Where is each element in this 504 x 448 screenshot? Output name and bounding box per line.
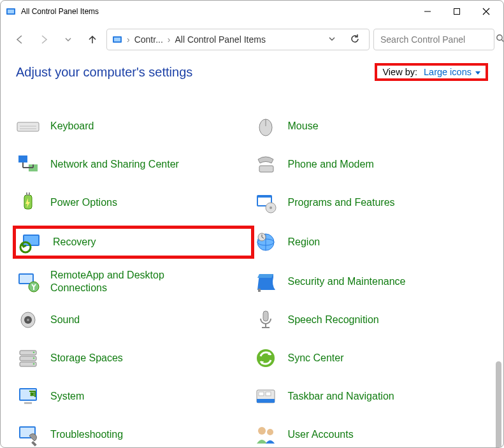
network-icon	[15, 151, 41, 178]
up-button[interactable]	[82, 29, 103, 50]
svg-rect-1	[8, 10, 14, 13]
maximize-button[interactable]	[442, 2, 472, 21]
sound-icon	[15, 307, 41, 333]
svg-line-9	[501, 40, 504, 42]
users-icon	[252, 421, 279, 447]
control-panel-item[interactable]: Phone and Modem	[252, 151, 490, 178]
control-panel-item[interactable]: User Accounts	[252, 421, 490, 447]
control-panel-item[interactable]: System	[15, 383, 252, 410]
item-label: Speech Recognition	[288, 314, 379, 326]
svg-rect-40	[258, 289, 261, 292]
svg-rect-58	[257, 399, 275, 403]
item-label: Troubleshooting	[50, 428, 123, 441]
control-panel-item[interactable]: Recovery	[15, 228, 252, 257]
address-bar[interactable]: › Contr... › All Control Panel Items	[106, 29, 370, 50]
svg-point-64	[258, 427, 266, 435]
view-by-label: View by:	[382, 67, 417, 77]
svg-point-65	[267, 429, 273, 435]
region-icon	[252, 229, 279, 256]
breadcrumb-dropdown-button[interactable]	[324, 34, 340, 45]
breadcrumb-seg-2[interactable]: All Control Panel Items	[175, 34, 265, 45]
page-title: Adjust your computer's settings	[16, 65, 192, 80]
titlebar: All Control Panel Items	[1, 1, 503, 22]
items-area: KeyboardMouseNetwork and Sharing CenterP…	[1, 110, 503, 447]
item-label: Sync Center	[288, 352, 344, 365]
svg-rect-22	[26, 192, 27, 196]
control-panel-icon	[6, 6, 16, 17]
svg-point-27	[270, 206, 272, 209]
scrollbar-thumb[interactable]	[496, 361, 501, 447]
item-label: Mouse	[288, 120, 319, 133]
close-button[interactable]	[472, 2, 501, 21]
svg-rect-15	[18, 155, 27, 163]
refresh-button[interactable]	[346, 34, 364, 46]
breadcrumb-seg-1[interactable]: Contr...	[134, 34, 163, 45]
system-icon	[15, 383, 41, 410]
sync-icon	[252, 345, 279, 372]
control-panel-item[interactable]: Programs and Features	[252, 189, 490, 216]
back-button[interactable]	[10, 29, 30, 50]
item-label: Security and Maintenance	[288, 275, 406, 288]
item-label: Sound	[50, 314, 80, 326]
control-panel-item[interactable]: Keyboard	[15, 113, 252, 140]
minimize-button[interactable]	[413, 2, 442, 21]
item-label: Phone and Modem	[288, 158, 374, 171]
item-label: Programs and Features	[288, 196, 395, 209]
breadcrumb-sep-icon: ›	[168, 34, 171, 45]
svg-line-5	[483, 8, 489, 15]
control-panel-item[interactable]: Security and Maintenance	[252, 268, 490, 295]
forward-button[interactable]	[34, 29, 54, 50]
svg-rect-29	[24, 236, 38, 245]
control-panel-item[interactable]: Network and Sharing Center	[15, 151, 252, 178]
breadcrumb-sep-icon: ›	[127, 34, 130, 45]
svg-rect-56	[24, 402, 32, 404]
window-title: All Control Panel Items	[21, 7, 99, 16]
control-panel-item[interactable]: Sound	[15, 307, 252, 333]
svg-rect-7	[114, 38, 120, 41]
svg-rect-20	[259, 166, 273, 172]
recent-locations-button[interactable]	[58, 29, 78, 50]
item-label: Power Options	[50, 196, 117, 209]
control-panel-item[interactable]: RemoteApp and Desktop Connections	[15, 268, 252, 295]
control-panel-item[interactable]: Sync Center	[252, 345, 490, 372]
search-icon	[496, 34, 504, 45]
item-label: System	[50, 390, 84, 403]
search-input[interactable]	[380, 34, 492, 45]
svg-point-8	[497, 35, 502, 40]
svg-point-51	[33, 358, 35, 359]
control-panel-item[interactable]: Storage Spaces	[15, 345, 252, 372]
taskbar-icon	[252, 383, 279, 410]
svg-rect-23	[29, 192, 30, 196]
item-label: RemoteApp and Desktop Connections	[50, 269, 197, 294]
phone-icon	[252, 151, 279, 178]
remoteapp-icon	[15, 268, 41, 295]
svg-line-4	[483, 8, 489, 15]
control-panel-item[interactable]: Region	[252, 228, 490, 257]
control-panel-item[interactable]: Troubleshooting	[15, 421, 252, 447]
item-label: Taskbar and Navigation	[288, 390, 394, 403]
power-icon	[15, 189, 41, 216]
programs-icon	[252, 189, 279, 216]
svg-rect-60	[266, 392, 271, 396]
svg-rect-59	[259, 392, 264, 396]
svg-rect-10	[17, 122, 39, 131]
mouse-icon	[252, 113, 279, 140]
breadcrumb-icon	[112, 34, 122, 45]
view-by-value[interactable]: Large icons	[424, 67, 480, 77]
item-label: Recovery	[53, 236, 96, 249]
control-panel-item[interactable]: Power Options	[15, 189, 252, 216]
search-box[interactable]	[373, 29, 494, 50]
view-by-control[interactable]: View by: Large icons	[375, 63, 488, 81]
item-label: User Accounts	[288, 428, 354, 441]
keyboard-icon	[15, 113, 41, 140]
control-panel-item[interactable]: Taskbar and Navigation	[252, 383, 490, 410]
svg-rect-44	[263, 311, 268, 321]
control-panel-item[interactable]: Mouse	[252, 113, 490, 140]
storage-icon	[15, 345, 41, 372]
security-icon	[252, 268, 279, 295]
item-label: Storage Spaces	[50, 352, 123, 365]
control-panel-item[interactable]: Speech Recognition	[252, 307, 490, 333]
item-label: Keyboard	[50, 120, 94, 133]
svg-rect-38	[20, 275, 32, 283]
item-label: Network and Sharing Center	[50, 158, 179, 171]
